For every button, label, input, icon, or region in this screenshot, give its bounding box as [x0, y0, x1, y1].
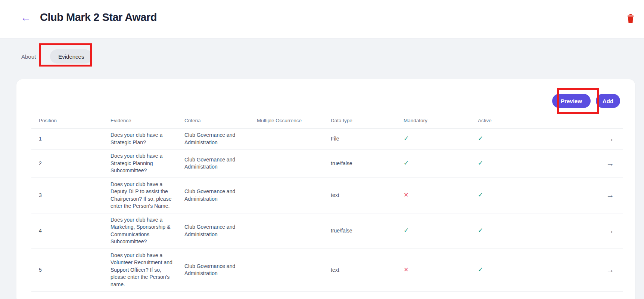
table-row[interactable]: 4 Does your club have a Marketing, Spons… — [31, 213, 623, 249]
cell-multiple-occurrence — [249, 213, 323, 249]
cell-criteria: Club Governance and Administration — [177, 129, 249, 150]
active-status-icon: ✓ — [478, 191, 483, 198]
cell-position: 4 — [31, 213, 103, 249]
cell-position: 1 — [31, 129, 103, 150]
table-row[interactable]: 3 Does your club have a Deputy DLP to as… — [31, 178, 623, 213]
column-header-actions — [575, 118, 623, 129]
row-detail-arrow-icon[interactable]: → — [606, 191, 614, 199]
cell-multiple-occurrence — [249, 150, 323, 178]
mandatory-status-icon: ✕ — [404, 192, 408, 198]
row-detail-arrow-icon[interactable]: → — [606, 226, 614, 234]
column-header-data-type: Data type — [323, 118, 396, 129]
cell-position: 5 — [31, 249, 103, 292]
cell-multiple-occurrence — [249, 129, 323, 150]
table-row[interactable]: 2 Does your club have a Strategic Planni… — [31, 150, 623, 178]
row-detail-arrow-icon[interactable]: → — [606, 266, 614, 274]
cell-position: 2 — [31, 150, 103, 178]
row-detail-arrow-icon[interactable]: → — [606, 159, 614, 167]
active-status-icon: ✓ — [478, 160, 483, 167]
table-header-row: Position Evidence Criteria Multiple Occu… — [31, 118, 623, 129]
mandatory-status-icon: ✓ — [404, 160, 409, 167]
active-status-icon: ✓ — [478, 266, 483, 273]
add-button[interactable]: Add — [596, 94, 620, 108]
active-status-icon: ✓ — [478, 227, 483, 234]
cell-criteria: Club Governance and Administration — [177, 150, 249, 178]
evidences-card: Preview Add Position Evidence Criteria M… — [16, 79, 635, 299]
table-row[interactable]: 1 Does your club have a Strategic Plan? … — [31, 129, 623, 150]
column-header-multiple-occurrence: Multiple Occurrence — [249, 118, 323, 129]
delete-button[interactable] — [626, 14, 635, 24]
column-header-criteria: Criteria — [177, 118, 249, 129]
cell-multiple-occurrence — [249, 178, 323, 213]
cell-evidence: Does your club have a Strategic Planning… — [103, 150, 177, 178]
arrow-left-icon: ← — [21, 12, 31, 23]
cell-evidence: Does your club have a Strategic Plan? — [103, 129, 177, 150]
tab-about[interactable]: About — [21, 49, 36, 64]
active-status-icon: ✓ — [478, 135, 483, 142]
column-header-active: Active — [470, 118, 575, 129]
cell-criteria: Club Governance and Administration — [177, 249, 249, 292]
page-header: ← Club Mark 2 Star Award — [0, 0, 644, 38]
tab-evidences[interactable]: Evidences — [50, 49, 92, 64]
column-header-position: Position — [31, 118, 103, 129]
mandatory-status-icon: ✕ — [404, 266, 408, 273]
evidences-table: Position Evidence Criteria Multiple Occu… — [31, 118, 623, 292]
preview-button[interactable]: Preview — [552, 94, 591, 108]
cell-evidence: Does your club have a Volunteer Recruitm… — [103, 249, 177, 292]
cell-data-type: true/false — [323, 150, 396, 178]
cell-criteria: Club Governance and Administration — [177, 178, 249, 213]
cell-data-type: File — [323, 129, 396, 150]
cell-evidence: Does your club have a Marketing, Sponsor… — [103, 213, 177, 249]
mandatory-status-icon: ✓ — [404, 135, 409, 142]
tab-bar: About Evidences — [0, 39, 644, 79]
cell-data-type: text — [323, 178, 396, 213]
cell-multiple-occurrence — [249, 249, 323, 292]
card-toolbar: Preview Add — [16, 79, 635, 108]
column-header-mandatory: Mandatory — [396, 118, 470, 129]
page-title: Club Mark 2 Star Award — [40, 11, 157, 24]
cell-position: 3 — [31, 178, 103, 213]
row-detail-arrow-icon[interactable]: → — [606, 135, 614, 142]
cell-criteria: Club Governance and Administration — [177, 213, 249, 249]
cell-data-type: text — [323, 249, 396, 292]
cell-evidence: Does your club have a Deputy DLP to assi… — [103, 178, 177, 213]
back-button[interactable]: ← — [21, 12, 31, 23]
column-header-evidence: Evidence — [103, 118, 177, 129]
mandatory-status-icon: ✓ — [404, 227, 409, 234]
cell-data-type: true/false — [323, 213, 396, 249]
table-row[interactable]: 5 Does your club have a Volunteer Recrui… — [31, 249, 623, 292]
trash-icon — [627, 19, 634, 24]
